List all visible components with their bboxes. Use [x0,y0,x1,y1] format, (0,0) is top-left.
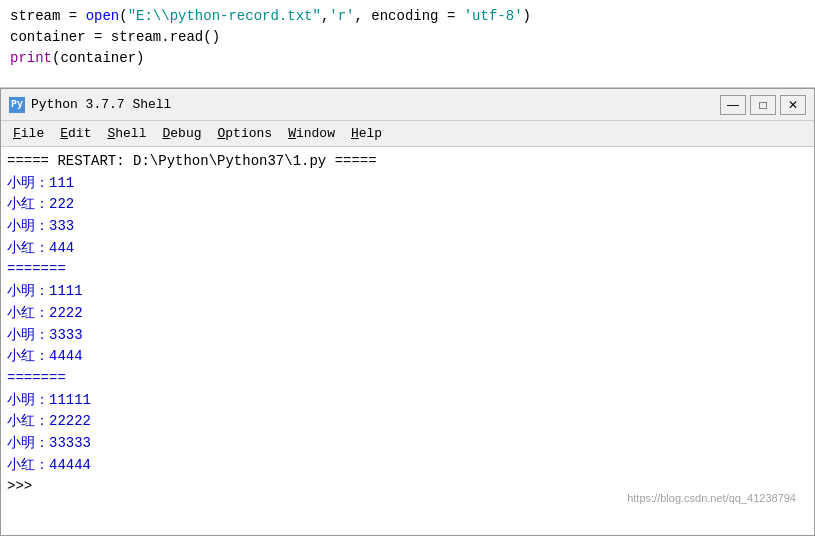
window-title: Python 3.7.7 Shell [31,97,171,112]
code-line-3: print(container) [10,48,805,69]
title-controls: — □ ✕ [720,95,806,115]
code-editor: stream = open("E:\\python-record.txt",'r… [0,0,815,88]
menu-window[interactable]: Window [280,124,343,143]
close-button[interactable]: ✕ [780,95,806,115]
menu-file[interactable]: File [5,124,52,143]
output-line-6: 小红：2222 [7,303,808,325]
python-shell-window: Py Python 3.7.7 Shell — □ ✕ File Edit Sh… [0,88,815,536]
title-bar: Py Python 3.7.7 Shell — □ ✕ [1,89,814,121]
output-line-1: 小明：111 [7,173,808,195]
output-line-5: 小明：1111 [7,281,808,303]
output-line-4: 小红：444 [7,238,808,260]
menu-debug[interactable]: Debug [154,124,209,143]
menu-options[interactable]: Options [210,124,281,143]
minimize-button[interactable]: — [720,95,746,115]
shell-output[interactable]: ===== RESTART: D:\Python\Python37\1.py =… [1,147,814,535]
menu-shell[interactable]: Shell [99,124,154,143]
maximize-button[interactable]: □ [750,95,776,115]
output-line-7: 小明：3333 [7,325,808,347]
output-line-9: 小明：11111 [7,390,808,412]
menu-bar: File Edit Shell Debug Options Window Hel… [1,121,814,147]
output-line-11: 小明：33333 [7,433,808,455]
title-left: Py Python 3.7.7 Shell [9,97,171,113]
watermark: https://blog.csdn.net/qq_41238794 [627,490,796,507]
output-line-12: 小红：44444 [7,455,808,477]
menu-edit[interactable]: Edit [52,124,99,143]
restart-line: ===== RESTART: D:\Python\Python37\1.py =… [7,151,808,173]
output-line-10: 小红：22222 [7,411,808,433]
output-line-2: 小红：222 [7,194,808,216]
separator-2: ======= [7,368,808,390]
code-line-2: container = stream.read() [10,27,805,48]
menu-help[interactable]: Help [343,124,390,143]
output-line-8: 小红：4444 [7,346,808,368]
output-line-3: 小明：333 [7,216,808,238]
separator-1: ======= [7,259,808,281]
code-line-1: stream = open("E:\\python-record.txt",'r… [10,6,805,27]
python-icon: Py [9,97,25,113]
